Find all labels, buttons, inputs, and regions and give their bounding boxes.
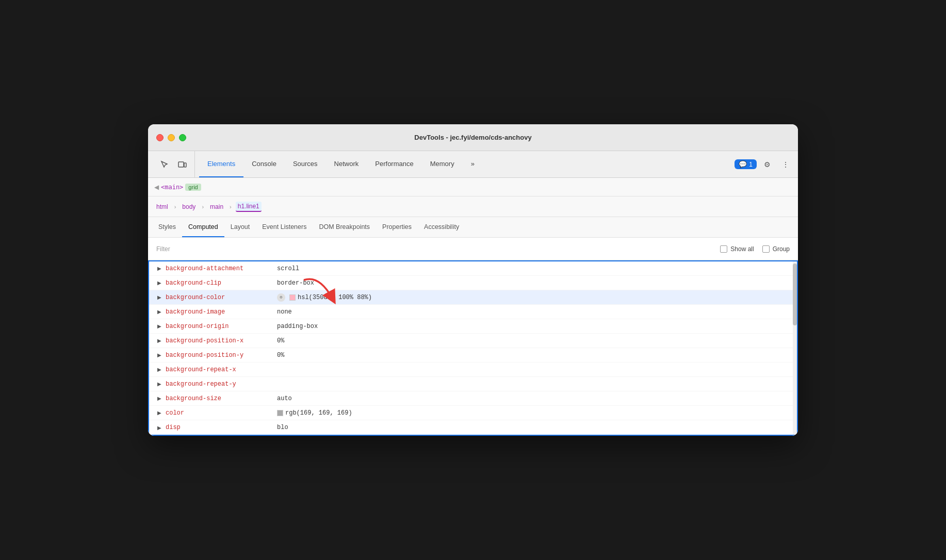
subtab-bar: Styles Computed Layout Event Listeners D… xyxy=(148,217,798,238)
subtab-layout[interactable]: Layout xyxy=(224,217,256,237)
prop-row-bg-repeat-y: ▶ background-repeat-y xyxy=(149,377,797,391)
svg-rect-0 xyxy=(178,162,184,167)
prop-name-bg-repeat-x: background-repeat-x xyxy=(166,366,269,373)
tab-memory[interactable]: Memory xyxy=(422,151,463,177)
close-button[interactable] xyxy=(156,134,164,141)
tab-network[interactable]: Network xyxy=(326,151,367,177)
show-all-checkbox-box[interactable] xyxy=(720,245,727,253)
main-toolbar: Elements Console Sources Network Perform… xyxy=(148,151,798,178)
devtools-window: DevTools - jec.fyi/demo/cds-anchovy Elem… xyxy=(148,124,798,436)
prop-value-bg-origin: padding-box xyxy=(277,323,318,330)
prop-name-bg-clip: background-clip xyxy=(166,279,269,287)
dom-path-body[interactable]: body xyxy=(180,202,198,211)
prop-row-bg-attachment: ▶ background-attachment scroll xyxy=(149,261,797,276)
prop-name-bg-color: background-color xyxy=(166,294,269,301)
prop-name-bg-size: background-size xyxy=(166,395,269,402)
prop-row-bg-size: ▶ background-size auto xyxy=(149,391,797,406)
toolbar-right: 💬 1 ⚙ ⋮ xyxy=(730,156,794,173)
prop-name-bg-attachment: background-attachment xyxy=(166,265,269,272)
window-title: DevTools - jec.fyi/demo/cds-anchovy xyxy=(414,134,531,141)
prop-expand-color[interactable]: ▶ xyxy=(157,410,161,416)
color-swatch-color[interactable] xyxy=(277,410,283,416)
prop-name-display: disp xyxy=(166,424,269,431)
dom-path-main[interactable]: main xyxy=(208,202,225,211)
show-all-checkbox[interactable]: Show all xyxy=(720,245,754,253)
prop-expand-bg-color[interactable]: ▶ xyxy=(157,294,161,300)
show-all-label: Show all xyxy=(730,245,754,253)
prop-value-display: blo xyxy=(277,424,288,431)
prop-value-bg-color: ⊙ hsl(350deg 100% 88%) xyxy=(277,293,372,302)
overridden-icon: ⊙ xyxy=(277,293,285,302)
group-checkbox[interactable]: Group xyxy=(762,245,790,253)
prop-row-bg-pos-y: ▶ background-position-y 0% xyxy=(149,348,797,363)
dom-path-h1[interactable]: h1.line1 xyxy=(236,202,262,212)
breadcrumb-tag: <main> xyxy=(161,184,183,191)
prop-expand-bg-repeat-y[interactable]: ▶ xyxy=(157,381,161,387)
properties-panel: ▶ background-attachment scroll ▶ backgro… xyxy=(148,260,798,436)
dom-path-html[interactable]: html xyxy=(154,202,170,211)
tab-console[interactable]: Console xyxy=(243,151,285,177)
prop-expand-bg-attachment[interactable]: ▶ xyxy=(157,266,161,271)
device-toggle-icon[interactable] xyxy=(174,156,190,173)
traffic-lights xyxy=(156,134,186,141)
prop-row-color: ▶ color rgb(169, 169, 169) xyxy=(149,406,797,420)
prop-expand-bg-size[interactable]: ▶ xyxy=(157,396,161,401)
prop-expand-bg-pos-y[interactable]: ▶ xyxy=(157,352,161,358)
chat-badge[interactable]: 💬 1 xyxy=(735,159,757,169)
prop-name-bg-image: background-image xyxy=(166,308,269,316)
prop-row-bg-clip: ▶ background-clip border-box xyxy=(149,276,797,290)
more-options-icon[interactable]: ⋮ xyxy=(777,156,794,173)
titlebar: DevTools - jec.fyi/demo/cds-anchovy xyxy=(148,124,798,151)
tab-elements[interactable]: Elements xyxy=(199,151,243,177)
subtab-accessibility[interactable]: Accessibility xyxy=(418,217,465,237)
filter-bar: Filter Show all Group xyxy=(148,238,798,260)
scrollbar-thumb[interactable] xyxy=(793,263,797,325)
prop-row-bg-repeat-x: ▶ background-repeat-x xyxy=(149,363,797,377)
subtab-dom-breakpoints[interactable]: DOM Breakpoints xyxy=(313,217,376,237)
dom-path-sep3: › xyxy=(230,204,232,210)
prop-value-bg-attachment: scroll xyxy=(277,265,299,272)
panel-content: ▶ background-attachment scroll ▶ backgro… xyxy=(148,260,798,436)
group-label: Group xyxy=(773,245,790,253)
prop-expand-bg-repeat-x[interactable]: ▶ xyxy=(157,367,161,372)
prop-expand-bg-pos-x[interactable]: ▶ xyxy=(157,338,161,343)
prop-row-display: ▶ disp blo xyxy=(149,420,797,435)
filter-input[interactable]: Filter xyxy=(156,245,712,253)
prop-value-bg-pos-x: 0% xyxy=(277,337,284,344)
prop-expand-display[interactable]: ▶ xyxy=(157,425,161,431)
prop-value-color: rgb(169, 169, 169) xyxy=(277,409,352,417)
tab-more[interactable]: » xyxy=(463,151,483,177)
inspect-icon[interactable] xyxy=(156,156,173,173)
prop-name-bg-pos-x: background-position-x xyxy=(166,337,269,344)
prop-expand-bg-image[interactable]: ▶ xyxy=(157,309,161,315)
prop-expand-bg-clip[interactable]: ▶ xyxy=(157,280,161,286)
dom-path-sep1: › xyxy=(174,204,176,210)
dom-path-sep2: › xyxy=(202,204,204,210)
prop-name-bg-repeat-y: background-repeat-y xyxy=(166,381,269,388)
tab-sources[interactable]: Sources xyxy=(285,151,326,177)
prop-name-bg-pos-y: background-position-y xyxy=(166,352,269,359)
tab-performance[interactable]: Performance xyxy=(367,151,421,177)
prop-expand-bg-origin[interactable]: ▶ xyxy=(157,323,161,329)
color-swatch-bg-color[interactable] xyxy=(289,294,296,301)
prop-value-bg-pos-y: 0% xyxy=(277,352,284,359)
prop-value-bg-image: none xyxy=(277,308,292,316)
scrollbar[interactable] xyxy=(793,261,797,435)
prop-row-bg-image: ▶ background-image none xyxy=(149,305,797,319)
minimize-button[interactable] xyxy=(168,134,175,141)
subtab-computed[interactable]: Computed xyxy=(182,217,224,237)
group-checkbox-box[interactable] xyxy=(762,245,770,253)
toolbar-icons xyxy=(152,151,195,177)
prop-row-bg-pos-x: ▶ background-position-x 0% xyxy=(149,334,797,348)
breadcrumb-bar: ◀ <main> grid xyxy=(148,178,798,196)
prop-name-color: color xyxy=(166,409,269,417)
subtab-properties[interactable]: Properties xyxy=(376,217,418,237)
fullscreen-button[interactable] xyxy=(179,134,186,141)
prop-value-bg-size: auto xyxy=(277,395,292,402)
prop-row-bg-color: ▶ background-color ⊙ hsl(350deg 100% 88%… xyxy=(149,290,797,305)
subtab-styles[interactable]: Styles xyxy=(152,217,182,237)
subtab-event-listeners[interactable]: Event Listeners xyxy=(256,217,313,237)
svg-rect-1 xyxy=(184,163,186,167)
settings-icon[interactable]: ⚙ xyxy=(759,156,775,173)
prop-name-bg-origin: background-origin xyxy=(166,323,269,330)
